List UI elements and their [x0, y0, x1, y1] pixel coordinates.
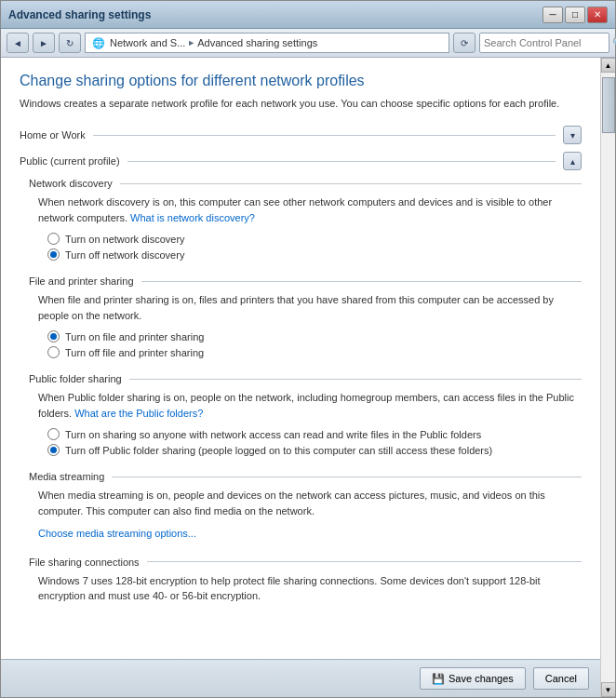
content-wrapper: Change sharing options for different net… [1, 58, 615, 697]
toolbar: ◄ ► ↻ 🌐 Network and S... ► Advanced shar… [1, 29, 615, 58]
title-bar-text: Advanced sharing settings [8, 8, 542, 21]
back-button[interactable]: ◄ [7, 33, 29, 53]
address-path: Network and S... ► Advanced sharing sett… [110, 37, 317, 48]
pf-on-radio[interactable] [47, 428, 60, 440]
nd-off-label: Turn off network discovery [65, 249, 184, 261]
network-discovery-options: Turn on network discovery Turn off netwo… [47, 233, 582, 261]
media-streaming-link[interactable]: Choose media streaming options... [38, 528, 196, 539]
refresh-button[interactable]: ↻ [59, 33, 81, 53]
public-folder-subsection: Public folder sharing When Public folder… [29, 373, 582, 456]
nd-off-option[interactable]: Turn off network discovery [47, 248, 582, 261]
cancel-label: Cancel [545, 673, 577, 684]
network-discovery-subsection: Network discovery When network discovery… [29, 178, 582, 261]
home-or-work-chevron[interactable]: ▾ [563, 126, 582, 144]
media-streaming-subsection: Media streaming When media streaming is … [29, 471, 582, 542]
file-sharing-connections-subsection: File sharing connections Windows 7 uses … [29, 557, 582, 604]
pf-off-option[interactable]: Turn off Public folder sharing (people l… [47, 444, 582, 456]
address-icon: 🌐 [91, 35, 106, 50]
fp-on-option[interactable]: Turn on file and printer sharing [47, 330, 582, 342]
search-bar[interactable]: 🔍 [479, 33, 609, 53]
close-button[interactable]: ✕ [587, 7, 608, 23]
fp-on-radio[interactable] [47, 330, 60, 342]
main-content: Change sharing options for different net… [1, 58, 600, 697]
public-folder-link[interactable]: What are the Public folders? [74, 408, 203, 419]
media-streaming-desc: When media streaming is on, people and d… [38, 488, 582, 518]
bottom-bar: 💾 Save changes Cancel [1, 659, 600, 697]
fp-off-radio[interactable] [47, 346, 60, 358]
public-folder-desc: When Public folder sharing is on, people… [38, 390, 582, 421]
public-folder-options: Turn on sharing so anyone with network a… [47, 428, 582, 456]
fp-off-label: Turn off file and printer sharing [65, 347, 204, 358]
address-arrow-icon: ► [187, 38, 195, 47]
file-printer-options: Turn on file and printer sharing Turn of… [47, 330, 582, 358]
pf-on-label: Turn on sharing so anyone with network a… [65, 429, 481, 440]
file-sharing-title: File sharing connections [29, 557, 582, 568]
scroll-down-button[interactable]: ▼ [601, 682, 616, 697]
media-streaming-link-para: Choose media streaming options... [38, 526, 582, 542]
public-folder-title: Public folder sharing [29, 373, 582, 384]
scroll-up-button[interactable]: ▲ [601, 58, 616, 73]
fp-off-option[interactable]: Turn off file and printer sharing [47, 346, 582, 358]
search-icon: 🔍 [612, 36, 616, 49]
nd-on-radio[interactable] [47, 233, 60, 245]
nd-off-radio[interactable] [47, 248, 60, 261]
minimize-button[interactable]: ─ [542, 7, 563, 23]
forward-button[interactable]: ► [33, 33, 55, 53]
title-bar-controls: ─ □ ✕ [542, 7, 608, 23]
save-changes-label: Save changes [449, 673, 514, 684]
pf-off-label: Turn off Public folder sharing (people l… [65, 445, 492, 456]
file-printer-title: File and printer sharing [29, 275, 582, 287]
pf-off-radio[interactable] [47, 444, 60, 456]
home-or-work-section: Home or Work ▾ [20, 126, 582, 144]
media-streaming-title: Media streaming [29, 471, 582, 482]
pf-on-option[interactable]: Turn on sharing so anyone with network a… [47, 428, 582, 440]
maximize-button[interactable]: □ [565, 7, 585, 23]
network-discovery-desc-line1: When network discovery is on, this compu… [38, 196, 552, 223]
public-chevron[interactable]: ▴ [563, 152, 582, 170]
address-path-2: Advanced sharing settings [197, 37, 317, 48]
network-discovery-link[interactable]: What is network discovery? [130, 212, 255, 223]
page-subtitle: Windows creates a separate network profi… [20, 97, 582, 111]
toolbar-arrow-button[interactable]: ⟳ [453, 33, 475, 53]
search-input[interactable] [484, 37, 612, 48]
public-section: Public (current profile) ▴ [20, 152, 582, 170]
file-printer-desc: When file and printer sharing is on, fil… [38, 292, 582, 323]
save-icon: 💾 [432, 673, 445, 685]
cancel-button[interactable]: Cancel [533, 667, 589, 690]
file-printer-subsection: File and printer sharing When file and p… [29, 275, 582, 358]
scroll-track[interactable] [601, 73, 615, 682]
nd-on-option[interactable]: Turn on network discovery [47, 233, 582, 245]
address-path-1: Network and S... [110, 37, 185, 48]
scrollbar[interactable]: ▲ ▼ [600, 58, 615, 697]
address-bar[interactable]: 🌐 Network and S... ► Advanced sharing se… [85, 33, 449, 53]
home-or-work-line [93, 135, 556, 136]
network-discovery-title: Network discovery [29, 178, 582, 189]
main-window: Advanced sharing settings ─ □ ✕ ◄ ► ↻ 🌐 … [0, 0, 616, 698]
public-label: Public (current profile) [20, 155, 127, 167]
network-discovery-desc: When network discovery is on, this compu… [38, 195, 582, 225]
fp-on-label: Turn on file and printer sharing [65, 331, 204, 342]
file-sharing-desc: Windows 7 uses 128-bit encryption to hel… [38, 573, 582, 604]
nd-on-label: Turn on network discovery [65, 234, 185, 245]
scrollable-content[interactable]: Change sharing options for different net… [1, 58, 600, 659]
public-line [127, 161, 556, 162]
home-or-work-label: Home or Work [20, 129, 93, 141]
page-title: Change sharing options for different net… [20, 73, 582, 89]
save-changes-button[interactable]: 💾 Save changes [420, 667, 526, 690]
title-bar: Advanced sharing settings ─ □ ✕ [1, 1, 615, 29]
scroll-thumb[interactable] [602, 77, 615, 133]
